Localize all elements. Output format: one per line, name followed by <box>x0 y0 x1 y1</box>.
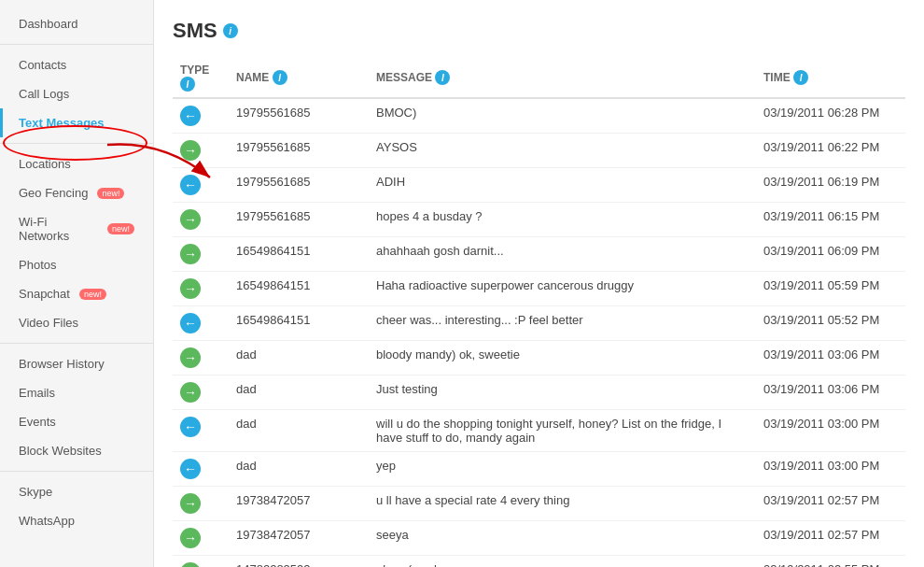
cell-time: 03/19/2011 06:15 PM <box>756 203 905 237</box>
sidebar-item-geo-fencing[interactable]: Geo Fencingnew! <box>0 178 153 207</box>
sidebar-badge: new! <box>79 289 106 300</box>
sidebar: DashboardContactsCall LogsText MessagesL… <box>0 0 154 567</box>
col-header-type: TYPE i <box>173 58 229 98</box>
main-content: SMS i TYPE i NAME i MESSAGE i TIME <box>154 0 924 567</box>
cell-time: 03/19/2011 06:28 PM <box>756 98 905 134</box>
cell-time: 03/19/2011 06:19 PM <box>756 168 905 203</box>
sidebar-item-label: Contacts <box>19 58 66 72</box>
table-row: →19795561685hopes 4 a busday ?03/19/2011… <box>173 203 905 237</box>
cell-time: 03/19/2011 03:00 PM <box>756 452 905 487</box>
sidebar-item-video-files[interactable]: Video Files <box>0 308 153 337</box>
sms-table: TYPE i NAME i MESSAGE i TIME i ←19795561… <box>173 58 905 567</box>
cell-message: okay, ( sucks <box>369 556 756 568</box>
page-title-text: SMS <box>173 19 217 43</box>
cell-message: hopes 4 a busday ? <box>369 203 756 237</box>
table-row: ←dadyep03/19/2011 03:00 PM <box>173 452 905 487</box>
cell-message: seeya <box>369 521 756 556</box>
cell-time: 03/19/2011 06:22 PM <box>756 134 905 168</box>
cell-name: 19738472057 <box>229 487 369 521</box>
incoming-icon: ← <box>180 459 201 479</box>
sidebar-item-label: Text Messages <box>19 116 105 130</box>
cell-time: 03/19/2011 02:55 PM <box>756 556 905 568</box>
cell-type: → <box>173 341 229 376</box>
sidebar-item-wifi-networks[interactable]: Wi-Fi Networksnew! <box>0 207 153 250</box>
sidebar-item-dashboard[interactable]: Dashboard <box>0 9 153 38</box>
sidebar-item-events[interactable]: Events <box>0 407 153 436</box>
outgoing-icon: → <box>180 140 201 161</box>
sidebar-item-browser-history[interactable]: Browser History <box>0 349 153 378</box>
sidebar-item-label: Locations <box>19 157 71 171</box>
sidebar-item-label: Photos <box>19 258 56 272</box>
cell-name: 19795561685 <box>229 134 369 168</box>
sidebar-item-call-logs[interactable]: Call Logs <box>0 79 153 108</box>
cell-message: BMOC) <box>369 98 756 134</box>
sidebar-item-contacts[interactable]: Contacts <box>0 50 153 79</box>
sidebar-item-label: Call Logs <box>19 87 69 101</box>
cell-name: dad <box>229 341 369 376</box>
title-info-icon[interactable]: i <box>223 23 238 38</box>
page-title: SMS i <box>173 19 905 43</box>
cell-type: → <box>173 203 229 237</box>
cell-type: → <box>173 521 229 556</box>
cell-message: cheer was... interesting... :P feel bett… <box>369 306 756 341</box>
cell-message: bloody mandy) ok, sweetie <box>369 341 756 376</box>
cell-time: 03/19/2011 05:59 PM <box>756 272 905 306</box>
sidebar-divider <box>0 471 153 472</box>
col-header-time: TIME i <box>756 58 905 98</box>
sidebar-divider <box>0 143 153 144</box>
type-info-icon[interactable]: i <box>180 77 195 92</box>
outgoing-icon: → <box>180 382 201 403</box>
cell-message: ADIH <box>369 168 756 203</box>
outgoing-icon: → <box>180 528 201 548</box>
sidebar-item-skype[interactable]: Skype <box>0 477 153 506</box>
time-info-icon[interactable]: i <box>793 70 808 85</box>
cell-time: 03/19/2011 06:09 PM <box>756 237 905 272</box>
message-info-icon[interactable]: i <box>435 70 450 85</box>
sidebar-badge: new! <box>97 188 124 199</box>
cell-time: 03/19/2011 03:06 PM <box>756 341 905 376</box>
table-row: →19738472057seeya03/19/2011 02:57 PM <box>173 521 905 556</box>
sidebar-item-label: Wi-Fi Networks <box>19 215 98 243</box>
incoming-icon: ← <box>180 106 201 126</box>
cell-message: ahahhaah gosh darnit... <box>369 237 756 272</box>
sidebar-item-block-websites[interactable]: Block Websites <box>0 436 153 465</box>
cell-type: ← <box>173 168 229 203</box>
cell-message: AYSOS <box>369 134 756 168</box>
cell-type: → <box>173 487 229 521</box>
sidebar-item-snapchat[interactable]: Snapchatnew! <box>0 279 153 308</box>
cell-type: → <box>173 376 229 410</box>
sidebar-item-label: Emails <box>19 386 55 400</box>
sidebar-divider <box>0 44 153 45</box>
sidebar-item-locations[interactable]: Locations <box>0 149 153 178</box>
cell-type: ← <box>173 98 229 134</box>
sidebar-item-label: Block Websites <box>19 444 102 458</box>
cell-type: ← <box>173 452 229 487</box>
outgoing-icon: → <box>180 209 201 230</box>
sidebar-item-text-messages[interactable]: Text Messages <box>0 108 153 137</box>
cell-message: Haha radioactive superpower cancerous dr… <box>369 272 756 306</box>
table-header: TYPE i NAME i MESSAGE i TIME i <box>173 58 905 98</box>
cell-name: 16549864151 <box>229 272 369 306</box>
cell-type: → <box>173 134 229 168</box>
sidebar-item-label: Geo Fencing <box>19 186 88 200</box>
cell-name: 19795561685 <box>229 168 369 203</box>
cell-type: ← <box>173 410 229 452</box>
name-info-icon[interactable]: i <box>273 70 287 85</box>
incoming-icon: ← <box>180 175 201 195</box>
sidebar-item-emails[interactable]: Emails <box>0 378 153 407</box>
table-row: ←dadwill u do the shopping tonight yurse… <box>173 410 905 452</box>
sidebar-item-photos[interactable]: Photos <box>0 250 153 279</box>
sidebar-item-label: Video Files <box>19 316 78 330</box>
sidebar-item-label: WhatsApp <box>19 514 75 528</box>
cell-type: ← <box>173 306 229 341</box>
sidebar-item-whatsapp[interactable]: WhatsApp <box>0 506 153 535</box>
table-row: →19795561685AYSOS03/19/2011 06:22 PM <box>173 134 905 168</box>
cell-time: 03/19/2011 05:52 PM <box>756 306 905 341</box>
cell-message: will u do the shopping tonight yurself, … <box>369 410 756 452</box>
cell-name: 19795561685 <box>229 203 369 237</box>
cell-message: u ll have a special rate 4 every thing <box>369 487 756 521</box>
cell-name: 19795561685 <box>229 98 369 134</box>
table-row: ←19795561685BMOC)03/19/2011 06:28 PM <box>173 98 905 134</box>
cell-name: dad <box>229 410 369 452</box>
sidebar-item-label: Dashboard <box>19 17 78 31</box>
